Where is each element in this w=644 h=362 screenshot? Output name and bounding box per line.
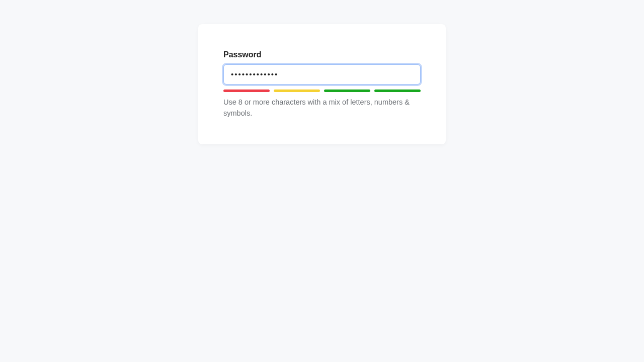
strength-bar-2	[274, 89, 320, 92]
password-help-text: Use 8 or more characters with a mix of l…	[223, 97, 421, 119]
password-strength-meter	[223, 89, 421, 92]
password-input[interactable]	[223, 64, 421, 84]
strength-bar-4	[374, 89, 421, 92]
password-card: Password Use 8 or more characters with a…	[198, 24, 446, 144]
strength-bar-3	[324, 89, 370, 92]
password-label: Password	[223, 50, 421, 59]
strength-bar-1	[223, 89, 270, 92]
